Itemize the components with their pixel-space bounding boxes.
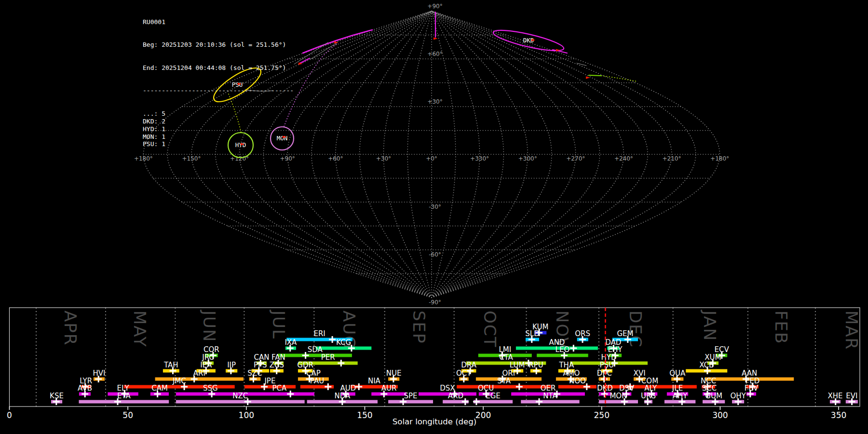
shower-label-STA: STA bbox=[497, 377, 511, 385]
x-axis-tick-label: 100 bbox=[239, 410, 254, 420]
month-label-APR: APR bbox=[61, 311, 80, 346]
peak-marker-NTA bbox=[536, 398, 542, 405]
map-longitude-label: +330° bbox=[470, 155, 489, 162]
map-longitude-label: +0° bbox=[426, 155, 437, 162]
x-axis-tick-label: 300 bbox=[712, 410, 728, 420]
east-drift-trail bbox=[601, 76, 637, 81]
peak-marker-EGE bbox=[473, 398, 480, 405]
month-label-SEP: SEP bbox=[409, 311, 429, 344]
shower-label-AHY: AHY bbox=[673, 392, 688, 400]
shower-label-PCA: PCA bbox=[272, 384, 287, 393]
shower-count-list: ...: 5DKD: 2HYD: 1MON: 1PSU: 1 bbox=[143, 110, 294, 148]
shower-label-GUM: GUM bbox=[705, 392, 722, 400]
x-axis-tick-label: 350 bbox=[831, 410, 846, 420]
begin-time-line: Beg: 20251203 20:10:36 (sol = 251.56°) bbox=[143, 41, 294, 49]
shower-label-ERI: ERI bbox=[313, 329, 325, 338]
peak-marker-STA bbox=[516, 383, 523, 390]
shower-label-TAH: TAH bbox=[163, 361, 178, 369]
map-latitude-label: -60° bbox=[429, 251, 441, 258]
activity-timeline-chart: APRMAYJUNJULAUGSEPOCTNOVDECJANFEBMAR0501… bbox=[7, 308, 861, 420]
x-axis-tick-label: 250 bbox=[594, 410, 610, 420]
map-grid-meridian bbox=[432, 11, 528, 298]
shower-label-KCG: KCG bbox=[336, 338, 351, 347]
month-label-MAR: MAR bbox=[842, 311, 861, 350]
map-grid-meridian bbox=[312, 11, 432, 298]
shower-label-THA: THA bbox=[558, 361, 574, 369]
shower-label-PER: PER bbox=[321, 353, 335, 362]
x-axis-tick-label: 50 bbox=[122, 410, 133, 420]
shower-label-IXA: IXA bbox=[285, 338, 297, 347]
shower-label-NOO: NOO bbox=[569, 377, 586, 385]
map-longitude-label: +210° bbox=[663, 155, 681, 162]
map-longitude-label: +270° bbox=[566, 155, 585, 162]
peak-marker-ERI bbox=[329, 336, 336, 343]
shower-bar-JMC bbox=[124, 385, 235, 389]
shower-label-PPS: PPS bbox=[254, 361, 267, 369]
month-label-JAN: JAN bbox=[700, 310, 719, 341]
shower-bar-ARI bbox=[155, 378, 244, 381]
meteor-track bbox=[300, 58, 310, 63]
shower-label-SPE: SPE bbox=[404, 392, 417, 400]
month-label-MAY: MAY bbox=[130, 311, 149, 348]
shower-bar-NOO bbox=[558, 385, 597, 389]
shower-bar-KCG bbox=[316, 347, 372, 350]
map-grid-meridian bbox=[360, 11, 432, 298]
station-id: RU0001 bbox=[143, 18, 294, 26]
observation-header: RU0001 Beg: 20251203 20:10:36 (sol = 251… bbox=[143, 3, 294, 163]
peak-marker-PCA bbox=[287, 391, 294, 397]
shower-label-ARI: ARI bbox=[193, 369, 205, 378]
shower-label-FEV: FEV bbox=[745, 384, 759, 393]
shower-label-NTA: NTA bbox=[543, 392, 557, 400]
shower-bar-AUR bbox=[371, 393, 407, 396]
shower-label-SDA: SDA bbox=[308, 345, 323, 354]
shower-label-EGE: EGE bbox=[486, 392, 501, 400]
map-latitude-label: +30° bbox=[427, 98, 442, 105]
map-latitude-label: -90° bbox=[429, 299, 441, 306]
meteor-marker bbox=[586, 76, 590, 79]
end-time-line: End: 20251204 00:44:08 (sol = 251.75°) bbox=[143, 64, 294, 72]
header-separator: ---------------------------------------- bbox=[143, 87, 294, 95]
month-label-JUN: JUN bbox=[200, 310, 219, 342]
shower-count-MON: MON: 1 bbox=[143, 133, 294, 141]
shower-bar-SDA bbox=[278, 354, 352, 357]
shower-label-LEO: LEO bbox=[556, 345, 570, 354]
shower-label-PAU: PAU bbox=[310, 377, 324, 385]
shower-bar-STA bbox=[457, 385, 551, 389]
map-latitude-label: +90° bbox=[427, 3, 442, 10]
shower-count-HYD: HYD: 1 bbox=[143, 125, 294, 133]
month-label-OCT: OCT bbox=[480, 311, 500, 348]
map-latitude-label: -30° bbox=[429, 203, 441, 210]
x-axis-tick-label: 0 bbox=[7, 410, 12, 420]
shower-label-ETA: ETA bbox=[117, 392, 131, 400]
month-label-JUL: JUL bbox=[269, 310, 288, 339]
shower-label-XCB: XCB bbox=[699, 361, 714, 369]
shower-label-DRA: DRA bbox=[461, 361, 476, 369]
month-label-FEB: FEB bbox=[772, 311, 791, 344]
shower-label-SZC: SZC bbox=[247, 369, 262, 378]
meteor-track bbox=[294, 42, 328, 64]
x-axis-title: Solar longitude (deg) bbox=[393, 417, 476, 426]
meteor-marker bbox=[434, 37, 438, 40]
shower-label-GEM: GEM bbox=[617, 329, 633, 338]
peak-marker-PER bbox=[338, 360, 344, 366]
map-grid-meridian bbox=[432, 11, 696, 298]
shower-label-NZC: NZC bbox=[232, 392, 248, 400]
meteor-radiant-activity-screen: RU0001 Beg: 20251203 20:10:36 (sol = 251… bbox=[0, 0, 868, 434]
shower-bar-ETA bbox=[79, 400, 169, 404]
map-longitude-label: +240° bbox=[614, 155, 633, 162]
shower-label-PSU: PSU bbox=[600, 361, 614, 369]
shower-bar-NTA bbox=[521, 400, 579, 404]
x-axis-tick-label: 200 bbox=[475, 410, 491, 420]
shower-count-PSU: PSU: 1 bbox=[143, 140, 294, 148]
map-grid-meridian bbox=[432, 11, 552, 298]
sky-map-and-timeline-plot: +180°+150°+120°+90°+60°+30°+0°+330°+300°… bbox=[0, 0, 868, 434]
shower-bar-PCA bbox=[244, 393, 314, 396]
map-longitude-label: +30° bbox=[376, 155, 391, 162]
peak-marker-PAU bbox=[325, 383, 331, 390]
shower-label-NIA: NIA bbox=[368, 377, 381, 385]
x-axis-tick-label: 150 bbox=[357, 410, 372, 420]
meteor-track bbox=[577, 63, 586, 66]
shower-count-DKD: DKD: 2 bbox=[143, 118, 294, 125]
shower-label-CAM: CAM bbox=[151, 384, 168, 393]
shower-bar-MON bbox=[599, 400, 638, 404]
